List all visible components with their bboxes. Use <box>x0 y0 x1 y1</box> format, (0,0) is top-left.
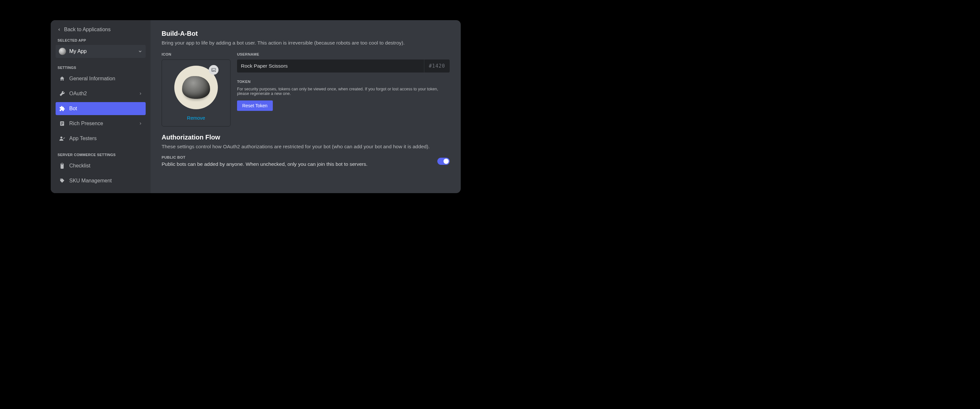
svg-rect-5 <box>61 164 64 169</box>
person-icon <box>59 135 65 142</box>
auth-flow-title: Authorization Flow <box>162 134 450 141</box>
sidebar-item-label: General Information <box>69 76 142 81</box>
username-input[interactable] <box>237 63 424 69</box>
back-link-label: Back to Applications <box>64 27 111 32</box>
chevron-right-icon <box>138 92 142 95</box>
sidebar-item-checklist[interactable]: Checklist <box>56 159 146 172</box>
auth-flow-subtitle: These settings control how OAuth2 author… <box>162 144 450 150</box>
svg-point-4 <box>60 137 62 138</box>
selected-app-name: My App <box>69 48 138 54</box>
public-bot-row: PUBLIC BOT Public bots can be added by a… <box>162 155 450 167</box>
svg-rect-1 <box>61 122 64 123</box>
fields-column: USERNAME #1420 TOKEN For security purpos… <box>237 53 450 126</box>
bot-avatar-preview <box>174 66 218 109</box>
clipboard-icon <box>59 163 65 169</box>
rock-image <box>182 76 210 99</box>
sidebar-item-oauth2[interactable]: OAuth2 <box>56 87 146 100</box>
svg-rect-6 <box>62 164 63 164</box>
wrench-icon <box>59 91 65 97</box>
main-content: Build-A-Bot Bring your app to life by ad… <box>151 20 461 193</box>
sidebar-item-sku-management[interactable]: SKU Management <box>56 174 146 187</box>
sidebar-item-label: App Testers <box>69 135 142 142</box>
chevron-right-icon <box>138 122 142 126</box>
sidebar: Back to Applications SELECTED APP My App… <box>51 20 151 193</box>
svg-point-8 <box>212 69 213 70</box>
tags-icon <box>59 178 65 184</box>
selected-app-section-label: SELECTED APP <box>57 38 146 42</box>
chevron-down-icon <box>138 49 142 54</box>
icon-column: ICON Remove <box>162 53 231 126</box>
sidebar-item-general-information[interactable]: General Information <box>56 72 146 85</box>
sidebar-item-label: Rich Presence <box>69 121 135 126</box>
username-field-label: USERNAME <box>237 53 450 56</box>
sidebar-item-label: SKU Management <box>69 178 142 184</box>
sidebar-item-label: Checklist <box>69 163 142 169</box>
icon-uploader[interactable]: Remove <box>162 59 231 126</box>
sidebar-item-label: Bot <box>69 106 142 111</box>
public-bot-description: Public bots can be added by anyone. When… <box>162 161 438 167</box>
puzzle-icon <box>59 106 65 111</box>
reset-token-button[interactable]: Reset Token <box>237 100 273 111</box>
back-to-applications-link[interactable]: Back to Applications <box>56 27 146 32</box>
authorization-flow-section: Authorization Flow These settings contro… <box>162 134 450 167</box>
discriminator-badge: #1420 <box>424 59 450 73</box>
app-window: Back to Applications SELECTED APP My App… <box>51 20 461 193</box>
app-avatar-icon <box>59 48 66 55</box>
token-field-label: TOKEN <box>237 80 450 84</box>
bot-config-row: ICON Remove USERNAME #1420 <box>162 53 450 126</box>
page-subtitle: Bring your app to life by adding a bot u… <box>162 40 450 46</box>
sidebar-item-bot[interactable]: Bot <box>56 102 146 115</box>
commerce-section-label: SERVER COMMERCE SETTINGS <box>57 153 146 157</box>
page-title: Build-A-Bot <box>162 30 450 37</box>
sidebar-item-rich-presence[interactable]: Rich Presence <box>56 117 146 130</box>
icon-field-label: ICON <box>162 53 231 56</box>
home-icon <box>59 76 65 81</box>
app-selector-dropdown[interactable]: My App <box>56 45 146 58</box>
remove-icon-link[interactable]: Remove <box>187 115 205 121</box>
sidebar-item-label: OAuth2 <box>69 91 135 97</box>
token-help-text: For security purposes, tokens can only b… <box>237 87 450 96</box>
svg-rect-3 <box>61 124 62 125</box>
arrow-left-icon <box>57 27 62 32</box>
document-icon <box>59 121 65 126</box>
public-bot-toggle[interactable] <box>438 158 450 165</box>
public-bot-label: PUBLIC BOT <box>162 155 438 159</box>
sidebar-item-app-testers[interactable]: App Testers <box>56 132 146 145</box>
settings-section-label: SETTINGS <box>57 66 146 70</box>
upload-image-icon[interactable] <box>209 65 218 75</box>
toggle-knob <box>444 159 449 164</box>
username-field-wrapper: #1420 <box>237 59 450 73</box>
svg-rect-2 <box>61 123 64 124</box>
